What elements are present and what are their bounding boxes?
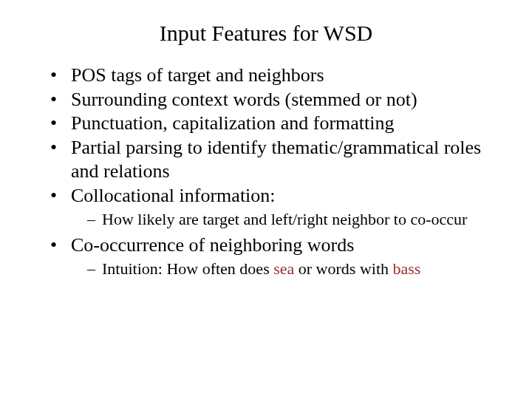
slide-title: Input Features for WSD xyxy=(30,21,502,46)
bullet-text: Partial parsing to identify thematic/gra… xyxy=(71,137,481,183)
list-item: Surrounding context words (stemmed or no… xyxy=(50,88,502,112)
sub-bullet-text-part: or words with xyxy=(294,259,392,278)
list-item: Punctuation, capitalization and formatti… xyxy=(50,112,502,136)
slide: Input Features for WSD POS tags of targe… xyxy=(0,0,532,399)
sub-list: Intuition: How often does sea or words w… xyxy=(71,259,502,280)
bullet-text: Co-occurrence of neighboring words xyxy=(71,234,354,256)
list-item: Collocational information: How likely ar… xyxy=(50,184,502,231)
bullet-list: POS tags of target and neighbors Surroun… xyxy=(30,64,502,280)
bullet-text: Punctuation, capitalization and formatti… xyxy=(71,112,395,134)
list-item: Co-occurrence of neighboring words Intui… xyxy=(50,233,502,280)
list-item: POS tags of target and neighbors xyxy=(50,64,502,88)
sub-list: How likely are target and left/right nei… xyxy=(71,209,502,231)
bullet-text: Collocational information: xyxy=(71,185,276,206)
sub-bullet-text: How likely are target and left/right nei… xyxy=(102,210,467,228)
bullet-text: Surrounding context words (stemmed or no… xyxy=(71,89,417,110)
list-item: Partial parsing to identify thematic/gra… xyxy=(50,136,502,184)
bullet-text: POS tags of target and neighbors xyxy=(71,64,324,86)
highlight-word: bass xyxy=(393,259,421,278)
sub-list-item: How likely are target and left/right nei… xyxy=(87,209,502,231)
sub-bullet-text-part: Intuition: How often does xyxy=(102,259,273,278)
sub-list-item: Intuition: How often does sea or words w… xyxy=(87,259,502,280)
highlight-word: sea xyxy=(273,259,294,278)
